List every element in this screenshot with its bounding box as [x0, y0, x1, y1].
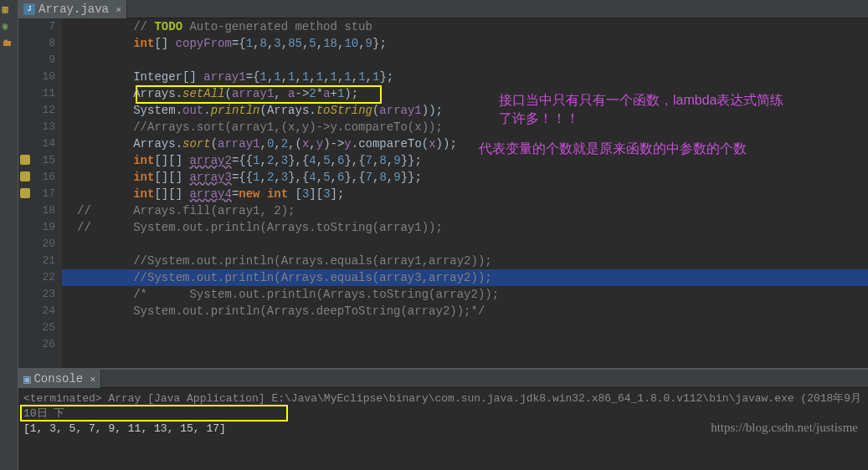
line-number: 17	[18, 186, 55, 202]
line-number: 12	[18, 102, 55, 119]
code-line[interactable]: int[][] array3={{1,2,3},{4,5,6},{7,8,9}}…	[62, 169, 868, 186]
vertical-toolbar: ▦ ◉ 🖿	[0, 0, 18, 470]
line-number: 20	[18, 236, 55, 253]
code-line[interactable]: /* System.out.println(Arrays.toString(ar…	[62, 286, 868, 303]
overlay-annotation: 了许多！！！	[499, 110, 579, 128]
file-tab-array-java[interactable]: J Array.java ✕	[18, 0, 127, 18]
line-number: 8	[18, 35, 55, 52]
line-number-gutter: 7891011121314151617181920212223242526	[18, 18, 62, 368]
console-panel: ▣ Console ✕ <terminated> Array [Java App…	[18, 368, 868, 470]
terminated-process-line: <terminated> Array [Java Application] E:…	[23, 391, 863, 421]
line-number: 11	[18, 85, 55, 102]
line-number: 23	[18, 286, 55, 303]
code-line[interactable]: //System.out.println(Arrays.equals(array…	[62, 253, 868, 269]
line-number: 22	[18, 269, 55, 286]
watermark-url: https://blog.csdn.net/justisme	[711, 420, 858, 435]
console-tab-bar: ▣ Console ✕	[18, 370, 868, 388]
code-line[interactable]: int[] copyFrom={1,8,3,85,5,18,10,9};	[62, 35, 868, 52]
code-line[interactable]	[62, 336, 868, 353]
close-icon[interactable]: ✕	[116, 3, 121, 16]
code-line[interactable]: // TODO Auto-generated method stub	[62, 18, 868, 35]
java-file-icon: J	[23, 3, 35, 15]
console-tab[interactable]: ▣ Console ✕	[18, 370, 101, 388]
line-number: 21	[18, 253, 55, 269]
code-editor[interactable]: 7891011121314151617181920212223242526 //…	[18, 18, 868, 368]
tab-filename: Array.java	[39, 3, 109, 16]
line-number: 7	[18, 18, 55, 35]
line-number: 26	[18, 336, 55, 353]
line-number: 10	[18, 69, 55, 85]
code-line[interactable]	[62, 236, 868, 253]
overlay-annotation: 接口当中只有只有一个函数，lambda表达式简练	[499, 92, 783, 110]
code-line[interactable]: // Arrays.fill(array1, 2);	[62, 202, 868, 219]
line-number: 19	[18, 219, 55, 236]
code-line[interactable]: //Arrays.sort(array1,(x,y)->y.compareTo(…	[62, 119, 868, 135]
code-line[interactable]: // System.out.println(Arrays.toString(ar…	[62, 219, 868, 236]
code-line[interactable]: //System.out.println(Arrays.equals(array…	[62, 269, 868, 286]
console-icon: ▣	[23, 372, 30, 386]
code-line[interactable]: int[][] array4=new int [3][3];	[62, 186, 868, 202]
code-line[interactable]: System.out.println(Arrays.deepToString(a…	[62, 303, 868, 319]
close-icon[interactable]: ✕	[90, 373, 95, 386]
code-line[interactable]	[62, 52, 868, 69]
console-output[interactable]: <terminated> Array [Java Application] E:…	[18, 388, 868, 440]
line-number: 14	[18, 135, 55, 152]
line-number: 9	[18, 52, 55, 69]
line-number: 25	[18, 319, 55, 336]
code-line[interactable]: int[][] array2={{1,2,3},{4,5,6},{7,8,9}}…	[62, 152, 868, 169]
line-number: 18	[18, 202, 55, 219]
code-line[interactable]: Arrays.sort(array1,0,2,(x,y)->y.compareT…	[62, 135, 868, 152]
line-number: 15	[18, 152, 55, 169]
editor-tab-bar: J Array.java ✕	[18, 0, 868, 18]
folder-icon[interactable]: 🖿	[3, 37, 16, 50]
pkg-icon[interactable]: ▦	[3, 3, 16, 17]
code-area[interactable]: // TODO Auto-generated method stub int[]…	[62, 18, 868, 368]
line-number: 13	[18, 119, 55, 135]
console-tab-label: Console	[33, 372, 83, 386]
class-icon[interactable]: ◉	[3, 20, 16, 33]
line-number: 24	[18, 303, 55, 319]
line-number: 16	[18, 169, 55, 186]
code-line[interactable]	[62, 319, 868, 336]
overlay-annotation: 代表变量的个数就是原来函数的中参数的个数	[479, 140, 747, 158]
code-line[interactable]: Integer[] array1={1,1,1,1,1,1,1,1,1};	[62, 69, 868, 85]
